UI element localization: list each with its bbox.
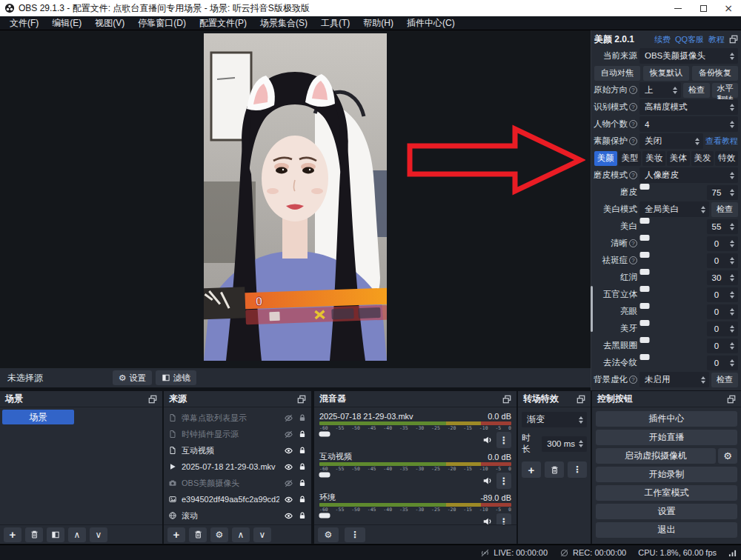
beauty-slider[interactable]	[639, 340, 705, 352]
add-scene-button[interactable]: +	[4, 527, 21, 542]
menu-item[interactable]: 帮助(H)	[356, 17, 400, 30]
beauty-tab[interactable]: 美体	[667, 151, 690, 166]
value-spinner[interactable]: 0	[707, 253, 738, 268]
menu-item[interactable]: 编辑(E)	[45, 17, 88, 30]
help-icon[interactable]: ?	[629, 86, 637, 94]
value-spinner[interactable]: 0	[707, 287, 738, 302]
lock-icon[interactable]	[298, 462, 307, 471]
beauty-slider[interactable]	[639, 357, 705, 369]
person-count-spinner[interactable]: 4	[639, 116, 738, 132]
preview-canvas[interactable]: 0	[0, 30, 591, 368]
add-transition-button[interactable]: +	[522, 461, 541, 478]
close-button[interactable]: ×	[716, 0, 741, 16]
remove-source-button[interactable]	[189, 527, 207, 542]
plugin-header-link[interactable]: 续费	[654, 34, 671, 45]
source-down-button[interactable]: ∨	[253, 527, 271, 542]
control-button[interactable]: 开始录制	[596, 467, 737, 482]
protect-dropdown[interactable]: 关闭	[639, 133, 703, 149]
mode-dropdown[interactable]: 全局美白	[639, 201, 709, 217]
scene-filters-button[interactable]	[47, 527, 64, 542]
control-button[interactable]: 工作室模式	[596, 485, 737, 501]
lock-icon[interactable]	[298, 430, 307, 439]
source-row[interactable]: 滚动	[164, 507, 311, 524]
beauty-scrollbar[interactable]	[591, 286, 593, 332]
source-row[interactable]: OBS美颜摄像头	[164, 475, 311, 491]
help-icon[interactable]: ?	[629, 103, 637, 111]
source-row[interactable]: 互动视频	[164, 442, 311, 459]
add-source-button[interactable]: +	[167, 527, 185, 542]
menu-item[interactable]: 文件(F)	[3, 17, 45, 30]
channel-menu-button[interactable]: ⋮	[496, 513, 511, 524]
orientation-dropdown[interactable]: 上	[639, 82, 681, 98]
lock-icon[interactable]	[298, 446, 307, 455]
beauty-action-button[interactable]: 恢复默认	[643, 66, 689, 81]
check-button[interactable]: 检查	[711, 202, 738, 217]
control-button[interactable]: 插件中心	[596, 411, 737, 427]
beauty-slider[interactable]	[639, 255, 705, 267]
value-spinner[interactable]: 0	[707, 339, 738, 353]
beauty-slider[interactable]	[639, 323, 705, 335]
current-source-dropdown[interactable]: OBS美颜摄像头	[639, 48, 738, 64]
speaker-icon[interactable]	[482, 476, 493, 486]
source-row[interactable]: e394502df49aa5fc2a99cd2e7c	[164, 491, 311, 507]
speaker-icon[interactable]	[482, 435, 493, 445]
menu-item[interactable]: 插件中心(C)	[400, 17, 462, 30]
recognition-dropdown[interactable]: 高精度模式	[639, 99, 738, 115]
beauty-slider[interactable]	[639, 221, 705, 233]
value-spinner[interactable]: 30	[707, 270, 738, 285]
eye-icon[interactable]	[284, 462, 293, 472]
scene-item[interactable]: 场景	[2, 410, 74, 424]
source-row[interactable]: 时钟插件显示源	[164, 426, 311, 442]
orientation-check-button[interactable]: 检查	[683, 83, 710, 98]
menu-item[interactable]: 停靠窗口(D)	[131, 17, 193, 30]
menu-item[interactable]: 配置文件(P)	[193, 17, 253, 30]
help-icon[interactable]: ?	[629, 239, 637, 247]
scene-up-button[interactable]: ∧	[68, 527, 86, 542]
eye-icon[interactable]	[284, 511, 293, 521]
beauty-slider[interactable]	[639, 187, 705, 199]
tutorial-link[interactable]: 查看教程	[705, 136, 738, 147]
remove-scene-button[interactable]	[25, 527, 43, 542]
control-button[interactable]: 开始直播	[596, 430, 737, 445]
help-icon[interactable]: ?	[629, 120, 637, 128]
beauty-slider[interactable]	[639, 272, 705, 284]
speaker-icon[interactable]	[482, 516, 493, 524]
value-spinner[interactable]: 75	[707, 185, 738, 200]
control-button[interactable]: 退出	[596, 522, 737, 538]
source-row[interactable]: 2025-07-18 21-29-03.mkv	[164, 459, 311, 475]
value-spinner[interactable]: 0	[707, 321, 738, 336]
beauty-tab[interactable]: 美发	[691, 151, 714, 166]
popout-icon[interactable]	[727, 395, 736, 404]
lock-icon[interactable]	[298, 479, 307, 487]
source-properties-button[interactable]: ⚙	[210, 527, 228, 542]
source-up-button[interactable]: ∧	[232, 527, 250, 542]
menu-item[interactable]: 视图(V)	[88, 17, 131, 30]
beauty-tab[interactable]: 美型	[619, 151, 642, 166]
mixer-menu-button[interactable]: ⋮	[345, 527, 365, 542]
eye-off-icon[interactable]	[284, 479, 293, 488]
maximize-button[interactable]	[691, 0, 716, 16]
mode-dropdown[interactable]: 人像磨皮	[639, 167, 738, 183]
popout-icon[interactable]	[576, 395, 585, 404]
menu-item[interactable]: 工具(T)	[314, 17, 356, 30]
beauty-tab[interactable]: 美颜	[594, 151, 617, 166]
lock-icon[interactable]	[298, 511, 307, 520]
beauty-tab[interactable]: 美妆	[642, 151, 665, 166]
popout-icon[interactable]	[502, 395, 511, 404]
source-row[interactable]: 弹幕点歌列表显示	[164, 410, 311, 426]
plugin-header-link[interactable]: QQ客服	[675, 34, 704, 45]
value-spinner[interactable]: 0	[707, 236, 738, 251]
channel-menu-button[interactable]: ⋮	[496, 473, 511, 489]
beauty-tab[interactable]: 特效	[715, 151, 738, 166]
value-spinner[interactable]: 55	[707, 219, 738, 234]
transition-dropdown[interactable]: 渐变	[522, 412, 587, 427]
volume-slider[interactable]	[319, 434, 479, 446]
lock-icon[interactable]	[298, 495, 307, 504]
scene-down-button[interactable]: ∨	[90, 527, 107, 542]
help-icon[interactable]: ?	[629, 137, 637, 145]
source-filters-button[interactable]: 滤镜	[156, 370, 196, 385]
value-spinner[interactable]: 0	[707, 304, 738, 319]
plugin-header-link[interactable]: 教程	[708, 34, 725, 45]
popout-icon[interactable]	[297, 395, 306, 404]
check-button[interactable]: 检查	[711, 373, 738, 387]
